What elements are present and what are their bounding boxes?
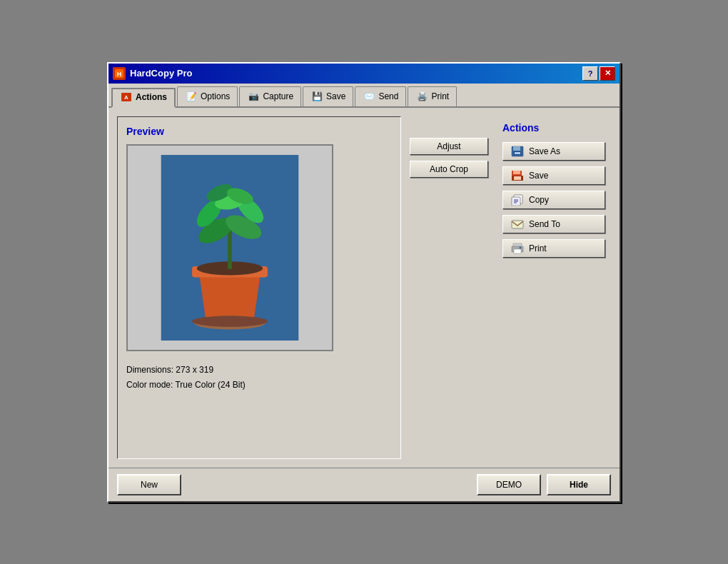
copy-icon (510, 194, 525, 206)
tab-print[interactable]: 🖨️ Print (408, 86, 457, 106)
tab-save-icon: 💾 (310, 91, 323, 102)
adjust-button[interactable]: Adjust (410, 138, 488, 155)
tab-actions-icon: A (120, 91, 133, 103)
tab-send[interactable]: ✉️ Send (355, 86, 406, 106)
svg-text:A: A (124, 94, 128, 101)
tab-send-icon: ✉️ (363, 91, 375, 102)
print-button[interactable]: Print (502, 239, 605, 258)
tab-print-label: Print (431, 91, 449, 101)
help-button[interactable]: ? (582, 66, 598, 81)
app-title: HardCopy Pro (130, 68, 192, 79)
colormode-label: Color mode: True Color (24 Bit) (126, 378, 392, 393)
svg-text:H: H (117, 71, 122, 78)
preview-title: Preview (126, 126, 392, 137)
hide-button[interactable]: Hide (547, 474, 611, 495)
print-label: Print (529, 243, 547, 253)
preview-panel: Preview (117, 116, 401, 459)
mid-buttons: Adjust Auto Crop (410, 116, 488, 459)
content-area: Preview (108, 108, 620, 468)
svg-rect-24 (514, 176, 521, 180)
main-window: H HardCopy Pro ? ✕ A Actions 📝 Options (107, 62, 621, 503)
svg-rect-20 (515, 152, 520, 154)
svg-point-35 (520, 246, 522, 248)
send-to-icon (510, 218, 525, 230)
tab-send-label: Send (378, 91, 398, 101)
tab-capture[interactable]: 📷 Capture (239, 86, 301, 106)
app-icon: H (113, 67, 126, 80)
actions-title: Actions (502, 122, 605, 134)
save-label: Save (529, 171, 548, 181)
titlebar: H HardCopy Pro ? ✕ (108, 64, 620, 84)
print-icon (510, 243, 525, 254)
save-as-label: Save As (529, 146, 560, 156)
image-info: Dimensions: 273 x 319 Color mode: True C… (126, 363, 392, 393)
send-to-button[interactable]: Send To (502, 215, 605, 233)
tab-print-icon: 🖨️ (415, 91, 428, 102)
tabbar: A Actions 📝 Options 📷 Capture 💾 Save ✉️ … (108, 84, 620, 108)
tab-save-label: Save (326, 91, 345, 101)
svg-rect-22 (513, 171, 520, 174)
copy-label: Copy (529, 195, 549, 205)
tab-options-icon: 📝 (185, 91, 198, 102)
tab-save[interactable]: 💾 Save (303, 86, 353, 106)
image-preview (126, 144, 333, 351)
tab-capture-label: Capture (263, 91, 293, 101)
auto-crop-button[interactable]: Auto Crop (410, 161, 488, 178)
tab-actions-label: Actions (136, 92, 167, 102)
svg-point-7 (192, 316, 268, 326)
tab-capture-icon: 📷 (247, 91, 260, 102)
close-button[interactable]: ✕ (600, 66, 615, 81)
new-button[interactable]: New (117, 474, 181, 495)
send-to-label: Send To (529, 219, 560, 229)
tab-options[interactable]: 📝 Options (177, 86, 238, 106)
save-button[interactable]: Save (502, 166, 605, 185)
copy-button[interactable]: Copy (502, 191, 605, 209)
save-as-icon (510, 146, 525, 157)
titlebar-buttons: ? ✕ (582, 66, 615, 81)
save-icon (510, 170, 525, 181)
titlebar-left: H HardCopy Pro (113, 67, 192, 80)
action-buttons: Save As Save (502, 142, 605, 258)
save-as-button[interactable]: Save As (502, 142, 605, 161)
actions-panel: Actions Save As (497, 116, 611, 459)
svg-rect-31 (512, 221, 523, 228)
bottom-right-buttons: DEMO Hide (477, 474, 611, 495)
dimensions-label: Dimensions: 273 x 319 (126, 363, 392, 378)
tab-actions[interactable]: A Actions (111, 88, 176, 108)
svg-rect-18 (513, 146, 520, 151)
demo-button[interactable]: DEMO (477, 474, 541, 495)
tab-options-label: Options (201, 91, 230, 101)
svg-rect-34 (514, 249, 521, 253)
bottom-bar: New DEMO Hide (108, 468, 620, 501)
